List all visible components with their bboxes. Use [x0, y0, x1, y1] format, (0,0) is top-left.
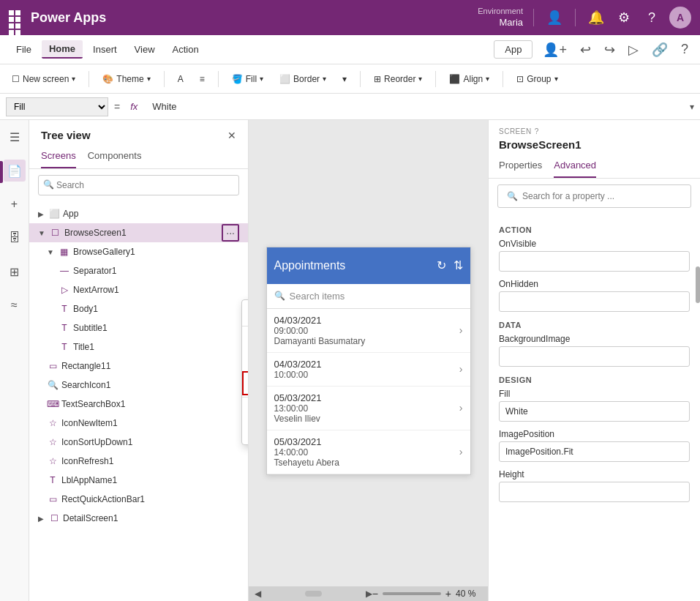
tree-item-subtitle[interactable]: T Subtitle1 [29, 318, 248, 337]
tree-search-input[interactable] [38, 175, 239, 195]
props-input-fill[interactable] [499, 401, 690, 422]
tree-item-iconrefresh[interactable]: ☆ IconRefresh1 [29, 452, 248, 471]
formula-expand-icon[interactable]: ▾ [690, 102, 694, 112]
formula-input[interactable] [148, 100, 684, 113]
ctx-delete[interactable]: 🗑 Delete [242, 350, 249, 371]
sidebar-icon-data[interactable]: 🗄 [4, 227, 26, 249]
sidebar-icon-variables[interactable]: ≈ [4, 294, 26, 316]
props-tab-properties[interactable]: Properties [499, 157, 542, 178]
tree-item-app[interactable]: ▶ ⬜ App [29, 204, 248, 223]
phone-search-icon: 🔍 [274, 291, 285, 301]
menu-help-icon[interactable]: ? [678, 39, 691, 60]
canvas-scrollbar[interactable] [305, 591, 322, 597]
align-button[interactable]: ⬛ Align ▾ [443, 72, 495, 86]
person-icon-btn[interactable]: 👤 [544, 7, 565, 28]
menu-action[interactable]: Action [165, 41, 206, 58]
tree-close-button[interactable]: ✕ [227, 130, 236, 141]
gear-icon[interactable]: ⚙ [614, 7, 634, 28]
menu-home[interactable]: Home [42, 40, 83, 59]
reorder-button[interactable]: ⊞ Reorder ▾ [368, 72, 428, 86]
title-icon: T [59, 341, 70, 353]
scroll-left-btn[interactable]: ◀ [255, 589, 261, 599]
menu-file[interactable]: File [9, 41, 39, 58]
phone-list-item-0[interactable]: 04/03/2021 09:00:00 Damayanti Basumatary… [267, 309, 470, 353]
scroll-right-btn[interactable]: ▶ [366, 589, 372, 599]
menu-insert[interactable]: Insert [86, 41, 124, 58]
tree-item-iconnewitem[interactable]: ☆ IconNewItem1 [29, 414, 248, 433]
zoom-minus-btn[interactable]: − [372, 588, 378, 600]
new-screen-icon: ☐ [12, 74, 20, 84]
props-expand-button[interactable]: › [488, 346, 489, 376]
new-screen-button[interactable]: ☐ New screen ▾ [6, 72, 81, 86]
phone-list-item-2[interactable]: 05/03/2021 13:00:00 Veselin Iliev › [267, 387, 470, 430]
browse-screen-more-button[interactable]: ··· [222, 224, 239, 242]
text-format-button[interactable]: A [172, 72, 189, 86]
toolbar-sep3 [218, 71, 219, 87]
tree-tab-components[interactable]: Components [88, 147, 142, 168]
tree-item-detailscreen[interactable]: ▶ ☐ DetailScreen1 [29, 509, 248, 528]
bell-icon[interactable]: 🔔 [586, 7, 606, 28]
props-input-onvisible[interactable] [499, 251, 690, 272]
props-scrollbar[interactable] [696, 266, 700, 303]
textsearch-icon: ⌨ [47, 398, 59, 410]
phone-item-time-2: 13:00:00 [274, 403, 454, 414]
tree-item-rectquick[interactable]: ▭ RectQuickActionBar1 [29, 490, 248, 509]
tree-item-title[interactable]: T Title1 [29, 337, 248, 357]
apps-grid-icon[interactable] [9, 10, 23, 25]
fill-button[interactable]: 🪣 Fill ▾ [226, 72, 269, 86]
help-icon[interactable]: ? [641, 7, 662, 28]
subtitle-icon: T [59, 322, 70, 334]
ctx-expand[interactable]: ⊞ Expand all [242, 420, 249, 441]
props-input-imageposition[interactable] [499, 441, 690, 462]
app-button[interactable]: App [494, 40, 532, 59]
sidebar-icon-menu[interactable]: ☰ [4, 126, 26, 148]
group-button[interactable]: ⊡ Group ▾ [511, 72, 563, 86]
tree-item-nextarrow[interactable]: ▷ NextArrow1 [29, 280, 248, 299]
person-share-icon[interactable]: 👤+ [540, 39, 570, 61]
tree-item-gallery[interactable]: ▼ ▦ BrowseGallery1 [29, 242, 248, 261]
sidebar-icon-components[interactable]: ⊞ [4, 261, 26, 283]
phone-refresh-icon[interactable]: ↻ [437, 258, 446, 272]
sidebar-icon-tree[interactable]: 📄 [4, 160, 26, 182]
props-input-bgimage[interactable] [499, 346, 690, 367]
property-selector[interactable]: Fill [6, 97, 108, 116]
top-bar: Power Apps Environment Maria 👤 🔔 ⚙ ? A [0, 0, 700, 35]
props-input-height[interactable] [499, 482, 690, 502]
undo-icon[interactable]: ↩ [577, 39, 594, 61]
tree-item-searchicon[interactable]: 🔍 SearchIcon1 [29, 376, 248, 395]
align-text-button[interactable]: ≡ [194, 72, 211, 86]
tree-tab-screens[interactable]: Screens [41, 147, 76, 168]
props-search-input[interactable] [522, 191, 682, 201]
zoom-plus-btn[interactable]: + [445, 588, 451, 600]
props-input-onhidden[interactable] [499, 291, 690, 312]
tree-item-textsearch[interactable]: ⌨ TextSearchBox1 [29, 395, 248, 414]
tree-item-rect11[interactable]: ▭ Rectangle11 [29, 357, 248, 376]
app-icon: ⬜ [48, 208, 60, 220]
phone-list-item-3[interactable]: 05/03/2021 14:00:00 Tsehayetu Abera › [267, 430, 470, 474]
zoom-slider[interactable] [383, 592, 441, 595]
more-button[interactable]: ▾ [336, 72, 353, 86]
formula-bar: Fill = fx ▾ [0, 94, 700, 120]
tree-item-browse-screen[interactable]: ▼ ☐ BrowseScreen1 ··· [29, 223, 248, 242]
tree-item-separator[interactable]: — Separator1 [29, 261, 248, 280]
play-icon[interactable]: ▷ [625, 39, 641, 61]
phone-item-date-1: 04/03/2021 [274, 359, 454, 370]
phone-sort-icon[interactable]: ⇅ [454, 258, 463, 272]
share-icon[interactable]: 🔗 [649, 39, 671, 61]
sidebar-icon-plus[interactable]: + [4, 193, 26, 215]
border-button[interactable]: ⬜ Border ▾ [274, 72, 332, 86]
tree-item-iconsort[interactable]: ☆ IconSortUpDown1 [29, 433, 248, 452]
tree-item-body[interactable]: T Body1 [29, 299, 248, 318]
ctx-rename[interactable]: ✏ Rename [242, 371, 249, 395]
avatar[interactable]: A [669, 7, 691, 29]
tree-item-lblappname[interactable]: T LblAppName1 [29, 471, 248, 490]
theme-button[interactable]: 🎨 Theme ▾ [97, 72, 156, 86]
ctx-move-down[interactable]: ↓ Move down [242, 303, 249, 324]
menu-view[interactable]: View [127, 41, 162, 58]
phone-list-item-1[interactable]: 04/03/2021 10:00:00 › [267, 353, 470, 387]
props-help-icon[interactable]: ? [535, 127, 539, 135]
props-tab-advanced[interactable]: Advanced [554, 157, 596, 178]
redo-icon[interactable]: ↪ [601, 39, 618, 61]
ctx-duplicate[interactable]: ⧉ Duplicate screen [242, 328, 249, 350]
ctx-collapse[interactable]: ⊟ Collapse all [242, 399, 249, 420]
